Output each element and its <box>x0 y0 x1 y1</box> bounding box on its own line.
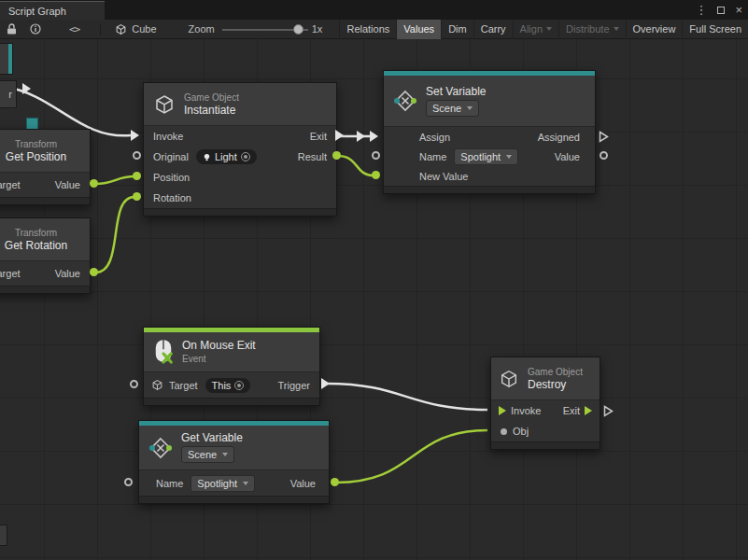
variable-icon <box>148 436 173 460</box>
node-get-variable[interactable]: Get Variable Scene Name Spotlight Value <box>138 420 330 504</box>
fragment-teal-edge <box>8 44 12 74</box>
port-instantiate-exit-out[interactable] <box>335 130 344 141</box>
node-category: Transform <box>15 228 57 238</box>
cube-icon <box>115 23 127 35</box>
zoom-label: Zoom <box>189 23 215 35</box>
button-dim[interactable]: Dim <box>441 20 473 39</box>
lock-icon[interactable] <box>7 20 17 39</box>
node-on-mouse-exit[interactable]: On Mouse Exit Event Target This Trigger <box>143 327 320 406</box>
port-label-exit: Exit <box>310 131 327 142</box>
button-values[interactable]: Values <box>396 20 441 39</box>
port-instantiate-result-out[interactable] <box>332 151 341 160</box>
variable-scope-dropdown[interactable]: Scene <box>426 100 479 117</box>
exit-port-icon[interactable] <box>585 406 592 415</box>
port-label-exit: Exit <box>563 405 580 416</box>
variable-name-value: Spotlight <box>460 151 501 162</box>
close-icon[interactable]: × <box>735 4 742 16</box>
port-label-value: Value <box>55 268 80 279</box>
chevron-down-icon <box>506 155 512 159</box>
port-set-variable-assigned-out[interactable] <box>599 130 609 147</box>
variable-name-dropdown[interactable]: Spotlight <box>454 148 518 165</box>
button-relations[interactable]: Relations <box>339 20 396 39</box>
node-header: Transform Get Rotation <box>0 218 90 260</box>
port-offscreen-output[interactable] <box>22 83 31 94</box>
port-label-result: Result <box>298 151 327 162</box>
port-row: Target Value <box>0 173 90 197</box>
port-instantiate-original-in[interactable] <box>133 151 141 160</box>
node-destroy[interactable]: Game Object Destroy Invoke Exit Obj <box>490 357 600 450</box>
graph-object-field[interactable]: Cube <box>109 20 162 39</box>
node-instantiate[interactable]: Game Object Instantiate Invoke Exit Orig… <box>143 82 337 217</box>
object-field-this[interactable]: This <box>205 378 251 393</box>
info-icon[interactable] <box>30 20 41 39</box>
button-align[interactable]: Align <box>513 20 558 39</box>
port-set-variable-value-out[interactable] <box>600 151 608 160</box>
info-icon-glyph <box>30 23 41 35</box>
node-title: Destroy <box>528 379 583 391</box>
port-get-variable-name-in[interactable] <box>124 478 133 486</box>
button-overview[interactable]: Overview <box>626 20 683 39</box>
button-distribute[interactable]: Distribute <box>558 20 625 39</box>
zoom-value: 1x <box>312 23 323 35</box>
code-icon[interactable]: <> <box>69 20 79 39</box>
port-on-mouse-exit-trigger-out[interactable] <box>321 378 330 389</box>
node-fragment-bottom-left[interactable] <box>0 525 7 546</box>
port-instantiate-invoke-in[interactable] <box>131 130 139 141</box>
port-destroy-exit-out[interactable] <box>603 404 614 421</box>
node-set-variable[interactable]: Set Variable Scene Assign Assigned Name … <box>383 70 596 194</box>
button-full-screen[interactable]: Full Screen <box>682 20 748 39</box>
object-field-light[interactable]: Light <box>196 149 257 164</box>
hollow-triangle-icon <box>603 405 614 417</box>
tab-script-graph[interactable]: Script Graph <box>0 1 105 20</box>
port-row: Target Value <box>0 261 90 286</box>
graph-canvas[interactable] <box>0 39 748 560</box>
window-menu-icon[interactable]: ⋮ <box>695 4 707 16</box>
chevron-down-icon <box>467 106 473 110</box>
port-row: New Value <box>384 166 595 186</box>
port-label-rotation: Rotation <box>153 192 191 203</box>
port-row: Assign Assigned <box>384 127 595 147</box>
graph-toolbar: <> Cube Zoom 1x Relations Values Dim Car… <box>0 20 748 39</box>
node-title: Get Position <box>6 151 66 163</box>
tab-bar: Script Graph ⋮ × <box>0 0 748 20</box>
port-row: Obj <box>491 421 600 441</box>
chevron-down-icon <box>614 27 619 31</box>
node-header: Game Object Destroy <box>491 357 600 399</box>
variable-name-dropdown[interactable]: Spotlight <box>191 475 255 492</box>
port-set-variable-name-in[interactable] <box>372 151 380 160</box>
object-picker-icon[interactable] <box>234 381 244 390</box>
port-get-position-value-out[interactable] <box>90 179 98 188</box>
zoom-slider[interactable] <box>222 20 308 39</box>
variable-scope-dropdown[interactable]: Scene <box>181 446 234 463</box>
port-instantiate-rotation-in[interactable] <box>133 192 141 201</box>
port-row: Original Light Result <box>144 147 336 167</box>
button-carry[interactable]: Carry <box>473 20 513 39</box>
node-get-position[interactable]: Transform Get Position Target Value <box>0 129 91 205</box>
port-set-variable-assign-in[interactable] <box>370 131 378 142</box>
toolbar-buttons: Relations Values Dim Carry Align Distrib… <box>339 20 748 39</box>
port-label-trigger: Trigger <box>278 380 310 391</box>
node-fragment-left-port[interactable]: r <box>0 80 17 108</box>
chevron-down-icon <box>222 453 228 456</box>
port-label-assign: Assign <box>419 132 450 143</box>
chevron-down-icon <box>243 482 248 485</box>
port-get-rotation-value-out[interactable] <box>90 268 98 276</box>
toolbar-separator <box>100 23 101 35</box>
port-on-mouse-exit-target-in[interactable] <box>130 380 138 388</box>
variable-name-value: Spotlight <box>197 478 237 489</box>
maximize-icon[interactable] <box>717 7 725 14</box>
port-instantiate-position-in[interactable] <box>133 172 141 180</box>
node-title: Get Rotation <box>5 240 67 252</box>
zoom-slider-knob[interactable] <box>293 24 303 35</box>
port-row: Name Spotlight Value <box>139 470 329 496</box>
port-set-variable-new-value-in[interactable] <box>372 171 380 179</box>
port-get-variable-value-out[interactable] <box>331 478 339 486</box>
light-icon <box>203 153 211 161</box>
invoke-port-icon[interactable] <box>499 406 506 415</box>
object-picker-icon[interactable] <box>241 152 250 161</box>
node-header: Set Variable Scene <box>384 76 595 126</box>
node-fragment-top-left[interactable] <box>0 43 13 75</box>
node-get-rotation[interactable]: Transform Get Rotation Target Value <box>0 217 91 294</box>
port-label-name: Name <box>419 151 446 162</box>
obj-port-icon[interactable] <box>501 428 507 435</box>
